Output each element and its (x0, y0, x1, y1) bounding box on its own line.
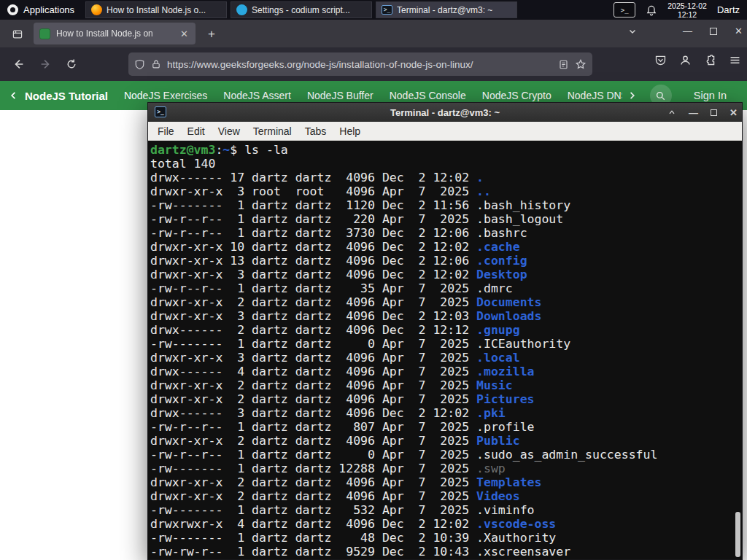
terminal-line: -rw------- 1 dartz dartz 1120 Dec 2 11:5… (150, 198, 732, 212)
terminal-line: drwxr-xr-x 2 dartz dartz 4096 Apr 7 2025… (150, 378, 732, 392)
terminal-line: drwxr-xr-x 3 root root 4096 Apr 7 2025 .… (150, 184, 732, 198)
window-controls: — ✕ (683, 26, 743, 36)
account-icon[interactable] (679, 54, 692, 66)
scroll-left-icon[interactable] (9, 90, 19, 101)
terminal-line: -rw-r--r-- 1 dartz dartz 807 Apr 7 2025 … (150, 420, 732, 434)
applications-label: Applications (23, 4, 74, 15)
terminal-menu-help[interactable]: Help (333, 125, 367, 137)
taskbar-title: How to Install Node.js o... (107, 5, 206, 15)
terminal-window-title: Terminal - dartz@vm3: ~ (390, 107, 500, 118)
terminal-menu-view[interactable]: View (212, 125, 247, 137)
taskbar-button-terminal[interactable]: >_ Terminal - dartz@vm3: ~ (376, 1, 517, 18)
terminal-line: total 140 (150, 157, 732, 171)
terminal-menu-file[interactable]: File (151, 125, 181, 137)
terminal-line: -rw-rw-r-- 1 dartz dartz 9529 Dec 2 10:4… (150, 545, 732, 559)
url-bar[interactable]: https://www.geeksforgeeks.org/node-js/in… (128, 52, 592, 76)
terminal-output: dartz@vm3:~$ ls -latotal 140drwx------ 1… (150, 143, 732, 559)
terminal-menu-terminal[interactable]: Terminal (247, 125, 298, 137)
terminal-line: drwxr-xr-x 3 dartz dartz 4096 Dec 2 12:0… (150, 309, 732, 323)
terminal-line: drwxr-xr-x 2 dartz dartz 4096 Apr 7 2025… (150, 489, 732, 503)
toolbar-right-icons (654, 54, 741, 66)
tabbar-right: — ✕ (627, 26, 743, 36)
forward-icon[interactable] (35, 54, 55, 74)
firefox-icon (91, 4, 102, 15)
tab-close-icon[interactable]: ✕ (179, 28, 190, 40)
terminal-minimize-icon[interactable]: — (689, 107, 698, 118)
taskbar-title: Settings - codium script... (252, 5, 350, 15)
browser-tab-bar: How to Install Node.js on ✕ + — ✕ (0, 20, 747, 47)
terminal-line: drwx------ 4 dartz dartz 4096 Apr 7 2025… (150, 365, 732, 378)
terminal-icon: >_ (382, 5, 392, 15)
codium-icon (236, 4, 247, 15)
reader-mode-icon[interactable] (558, 59, 569, 70)
terminal-menu-edit[interactable]: Edit (181, 125, 212, 137)
distro-logo-icon (7, 4, 18, 15)
terminal-line: -rw-r--r-- 1 dartz dartz 35 Apr 7 2025 .… (150, 281, 732, 295)
terminal-menu-tabs[interactable]: Tabs (298, 125, 333, 137)
browser-tab[interactable]: How to Install Node.js on ✕ (34, 23, 196, 44)
terminal-title-icon: >_ (155, 106, 166, 117)
panel-right: >_ 2025-12-02 12:12 Dartz (614, 1, 747, 19)
terminal-window: >_ Terminal - dartz@vm3: ~ — ✕ FileEditV… (147, 102, 743, 560)
gfg-nav-link[interactable]: NodeJS Tutorial (25, 90, 108, 102)
terminal-close-icon[interactable]: ✕ (729, 107, 738, 118)
lock-icon[interactable] (151, 59, 161, 69)
menu-hamburger-icon[interactable] (729, 54, 741, 66)
extensions-icon[interactable] (704, 54, 716, 66)
bookmark-star-icon[interactable] (575, 58, 587, 70)
list-all-tabs-icon[interactable] (627, 26, 638, 36)
terminal-line: drwxrwxr-x 4 dartz dartz 4096 Dec 2 12:0… (150, 517, 732, 531)
terminal-window-controls: — ✕ (667, 103, 738, 122)
browser-toolbar: https://www.geeksforgeeks.org/node-js/in… (0, 47, 747, 81)
window-maximize-icon[interactable] (710, 28, 717, 35)
tab-title: How to Install Node.js on (56, 28, 173, 39)
terminal-maximize-icon[interactable] (711, 109, 717, 116)
gfg-nav-link[interactable]: NodeJS Exercises (124, 90, 207, 101)
gfg-nav-link[interactable]: NodeJS Crypto (482, 90, 551, 101)
gfg-nav-link[interactable]: NodeJS Assert (223, 90, 291, 101)
window-minimize-icon[interactable]: — (683, 26, 692, 36)
terminal-line: -rw-r--r-- 1 dartz dartz 3730 Dec 2 12:0… (150, 226, 732, 240)
desktop: Applications How to Install Node.js o...… (0, 0, 747, 560)
terminal-line: dartz@vm3:~$ ls -la (150, 143, 732, 157)
notifications-bell-icon[interactable] (646, 4, 657, 16)
taskbar-title: Terminal - dartz@vm3: ~ (397, 5, 492, 15)
taskbar-button-firefox[interactable]: How to Install Node.js o... (85, 1, 227, 18)
firefox-view-icon[interactable] (7, 26, 28, 42)
clock-time: 12:12 (667, 10, 707, 19)
terminal-titlebar[interactable]: >_ Terminal - dartz@vm3: ~ — ✕ (148, 103, 742, 122)
scroll-right-icon[interactable] (627, 90, 637, 101)
terminal-shade-icon[interactable] (667, 108, 676, 117)
reload-icon[interactable] (61, 54, 82, 74)
terminal-line: drwxr-xr-x 3 dartz dartz 4096 Dec 2 12:0… (150, 268, 732, 281)
gfg-nav-link[interactable]: NodeJS Buffer (307, 90, 374, 101)
tracking-shield-icon[interactable] (134, 59, 145, 70)
terminal-line: drwx------ 3 dartz dartz 4096 Dec 2 12:0… (150, 406, 732, 420)
gfg-nav-link[interactable]: NodeJS Console (390, 90, 466, 101)
site-favicon (39, 28, 50, 39)
pocket-icon[interactable] (654, 54, 667, 66)
taskbar-button-settings[interactable]: Settings - codium script... (231, 1, 372, 18)
terminal-line: drwxr-xr-x 10 dartz dartz 4096 Dec 2 12:… (150, 240, 732, 254)
terminal-menubar: FileEditViewTerminalTabsHelp (148, 122, 742, 141)
terminal-line: drwxr-xr-x 2 dartz dartz 4096 Apr 7 2025… (150, 434, 732, 448)
terminal-body[interactable]: dartz@vm3:~$ ls -latotal 140drwx------ 1… (148, 141, 742, 559)
terminal-line: drwx------ 17 dartz dartz 4096 Dec 2 12:… (150, 171, 732, 184)
terminal-line: drwxr-xr-x 2 dartz dartz 4096 Apr 7 2025… (150, 295, 732, 309)
terminal-line: drwxr-xr-x 2 dartz dartz 4096 Apr 7 2025… (150, 475, 732, 489)
panel-clock[interactable]: 2025-12-02 12:12 (667, 1, 707, 19)
systray-terminal-icon[interactable]: >_ (614, 2, 635, 18)
terminal-line: -rw------- 1 dartz dartz 0 Apr 7 2025 .I… (150, 337, 732, 351)
terminal-line: -rw------- 1 dartz dartz 48 Dec 2 10:39 … (150, 531, 732, 545)
window-close-icon[interactable]: ✕ (735, 26, 743, 36)
terminal-line: -rw-r--r-- 1 dartz dartz 0 Apr 7 2025 .s… (150, 448, 732, 462)
terminal-line: drwxr-xr-x 2 dartz dartz 4096 Apr 7 2025… (150, 392, 732, 406)
terminal-scrollbar-thumb[interactable] (735, 512, 740, 557)
url-text: https://www.geeksforgeeks.org/node-js/in… (167, 59, 552, 70)
new-tab-button[interactable]: + (203, 26, 220, 43)
terminal-line: drwxr-xr-x 13 dartz dartz 4096 Dec 2 12:… (150, 254, 732, 268)
applications-menu-button[interactable]: Applications (0, 0, 82, 20)
terminal-line: -rw------- 1 dartz dartz 532 Apr 7 2025 … (150, 503, 732, 517)
back-icon[interactable] (9, 54, 29, 74)
gfg-nav-link[interactable]: NodeJS DNS (568, 90, 622, 101)
